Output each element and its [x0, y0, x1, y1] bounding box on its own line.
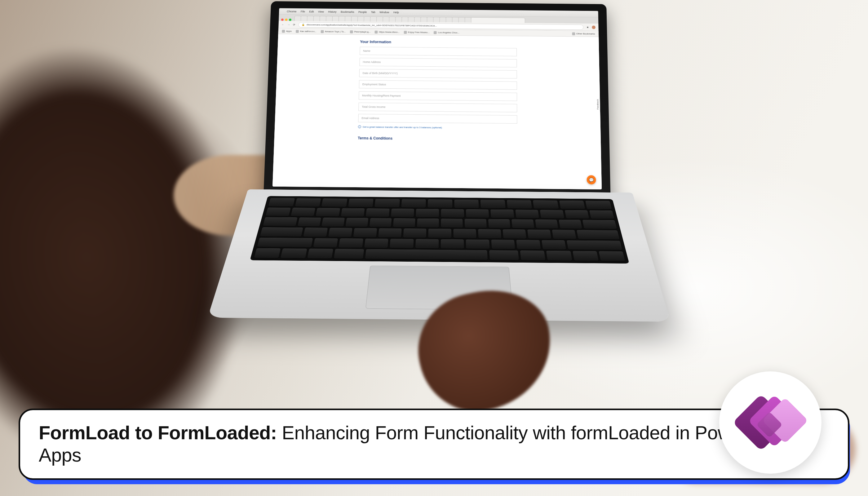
keyboard-key[interactable] — [489, 250, 519, 260]
menu-view[interactable]: View — [318, 10, 324, 13]
keyboard-key[interactable] — [585, 201, 611, 209]
browser-tab[interactable] — [301, 16, 308, 21]
nav-reload-icon[interactable]: ⟳ — [293, 23, 295, 26]
keyboard-key[interactable] — [564, 210, 589, 219]
browser-tab-active[interactable] — [471, 17, 525, 23]
bookmark-item[interactable]: Enjoy Free Museu... — [404, 31, 430, 34]
keyboard-key[interactable] — [390, 239, 414, 248]
browser-tab[interactable] — [439, 17, 446, 22]
browser-tab[interactable] — [383, 16, 389, 22]
keyboard-key[interactable] — [567, 240, 622, 250]
keyboard-key[interactable] — [353, 228, 377, 237]
keyboard-spacebar[interactable] — [365, 249, 487, 260]
keyboard-key[interactable] — [263, 217, 298, 226]
keyboard-key[interactable] — [441, 239, 464, 249]
menu-bookmarks[interactable]: Bookmarks — [341, 10, 354, 13]
address-field[interactable]: Home Address — [359, 58, 517, 67]
keyboard-key[interactable] — [546, 251, 572, 261]
keyboard-key[interactable] — [535, 219, 558, 229]
bookmark-item[interactable]: https://www.disco... — [375, 30, 400, 33]
browser-tab[interactable] — [421, 17, 428, 22]
keyboard-key[interactable] — [466, 209, 489, 218]
keyboard-key[interactable] — [416, 208, 439, 217]
window-close-icon[interactable] — [281, 19, 284, 21]
chat-fab[interactable]: 💬 — [587, 175, 596, 184]
browser-tab[interactable] — [294, 16, 301, 21]
browser-tab[interactable] — [345, 16, 352, 21]
keyboard-key[interactable] — [401, 199, 426, 207]
keyboard-key[interactable] — [533, 200, 559, 208]
keyboard-key[interactable] — [520, 250, 545, 260]
keyboard-key[interactable] — [577, 230, 620, 239]
browser-tab[interactable] — [363, 16, 370, 22]
keyboard-key[interactable] — [512, 219, 534, 229]
browser-tab[interactable] — [459, 17, 465, 22]
keyboard-key[interactable] — [295, 198, 321, 206]
keyboard-key[interactable] — [542, 240, 567, 250]
keyboard-key[interactable] — [428, 199, 453, 208]
keyboard-key[interactable] — [527, 229, 551, 239]
menu-people[interactable]: People — [358, 11, 367, 14]
keyboard-key[interactable] — [415, 239, 439, 249]
browser-tab[interactable] — [376, 16, 383, 22]
browser-tab[interactable] — [320, 16, 326, 21]
keyboard-key[interactable] — [364, 238, 388, 248]
keyboard-key[interactable] — [257, 237, 313, 247]
window-minimize-icon[interactable] — [285, 19, 288, 21]
keyboard-key[interactable] — [582, 220, 617, 229]
keyboard-key[interactable] — [507, 200, 532, 208]
address-bar[interactable]: 🔒 discovercard.com/application/website/a… — [298, 22, 584, 30]
browser-tab[interactable] — [351, 16, 358, 22]
keyboard-key[interactable] — [391, 208, 415, 217]
income-field[interactable]: Total Gross Income — [358, 103, 517, 112]
balance-transfer-note[interactable]: i Get a great balance transfer offer and… — [358, 125, 517, 129]
name-field[interactable]: Name — [360, 47, 517, 57]
browser-tab[interactable] — [313, 16, 320, 21]
keyboard-key[interactable] — [540, 210, 564, 219]
menu-history[interactable]: History — [328, 10, 336, 13]
browser-tab[interactable] — [401, 17, 408, 22]
bookmark-item[interactable]: Amazon Toys | To... — [321, 30, 346, 33]
keyboard-key[interactable] — [348, 199, 374, 207]
extensions-icon[interactable]: ★ — [587, 26, 589, 29]
keyboard-key[interactable] — [307, 249, 333, 259]
keyboard-key[interactable] — [480, 200, 506, 208]
bookmark-item[interactable]: Реєстрація д... — [350, 30, 371, 33]
keyboard-key[interactable] — [315, 208, 340, 217]
menu-file[interactable]: File — [301, 10, 305, 13]
browser-tab[interactable] — [357, 16, 364, 22]
keyboard-key[interactable] — [464, 219, 486, 228]
keyboard-key[interactable] — [559, 201, 585, 209]
keyboard-key[interactable] — [374, 199, 400, 207]
keyboard-key[interactable] — [454, 200, 479, 208]
keyboard-key[interactable] — [334, 249, 364, 259]
employment-field[interactable]: Employment Status — [359, 80, 517, 90]
browser-tab[interactable] — [433, 17, 439, 22]
bookmark-item[interactable]: Apps — [282, 30, 292, 33]
email-field[interactable]: Email Address — [358, 114, 517, 123]
keyboard-key[interactable] — [366, 208, 390, 217]
keyboard-key[interactable] — [559, 220, 582, 229]
keyboard-key[interactable] — [453, 229, 476, 238]
keyboard-key[interactable] — [268, 198, 295, 206]
feedback-tab[interactable]: Feedback — [595, 97, 600, 111]
keyboard-key[interactable] — [478, 229, 501, 238]
keyboard-key[interactable] — [572, 251, 599, 261]
window-zoom-icon[interactable] — [289, 19, 291, 21]
browser-tab[interactable] — [427, 17, 433, 22]
keyboard-key[interactable] — [265, 207, 291, 216]
keyboard-key[interactable] — [599, 251, 625, 261]
browser-tab[interactable] — [395, 17, 402, 22]
nav-forward-icon[interactable]: → — [288, 23, 290, 26]
keyboard-key[interactable] — [298, 218, 321, 227]
menu-help[interactable]: Help — [393, 11, 399, 14]
browser-tab[interactable] — [332, 16, 339, 21]
menu-tab[interactable]: Tab — [371, 11, 375, 13]
browser-tab[interactable] — [326, 16, 332, 21]
keyboard-key[interactable] — [260, 227, 303, 236]
keyboard-key[interactable] — [429, 229, 451, 238]
browser-tab[interactable] — [389, 17, 396, 22]
menu-chrome[interactable]: Chrome — [287, 10, 296, 13]
keyboard-key[interactable] — [322, 218, 345, 227]
menu-window[interactable]: Window — [379, 11, 389, 14]
